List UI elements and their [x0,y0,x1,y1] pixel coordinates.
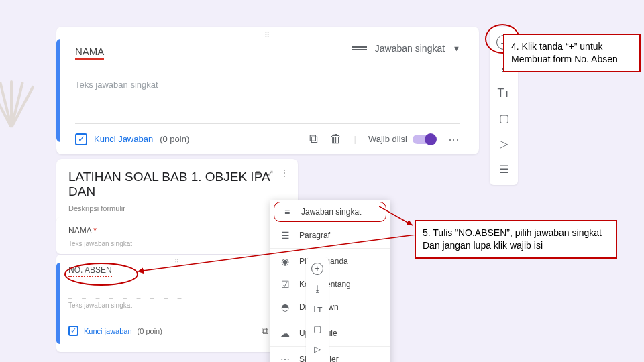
answer-key-label[interactable]: Kunci jawaban [84,327,132,335]
upload-icon: ☁ [279,328,291,339]
add-video-icon[interactable]: ▷ [496,135,512,152]
menu-item-dropdown[interactable]: ◓Drop-down [270,296,390,318]
required-toggle[interactable]: Wajib diisi [368,134,435,144]
question-card-nama: ⠿ NAMA Jawaban singkat ▼ Teks jawaban si… [56,27,479,154]
paragraph-icon: ☰ [279,230,291,241]
separator: | [354,134,356,144]
header-menu[interactable]: ≡⤢⋮ [256,168,288,178]
radio-icon: ◉ [279,256,291,267]
add-title-icon[interactable]: Tᴛ [311,302,324,315]
add-image-icon[interactable]: ▢ [496,110,512,126]
drag-handle-icon[interactable]: ⠿ [174,259,180,265]
duplicate-icon[interactable]: ⧉ [262,325,268,337]
active-accent [56,263,60,344]
drag-handle-icon[interactable]: ⠿ [264,31,271,40]
annotation-4: 4. Klik tanda “+” untuk Membuat form No.… [503,34,641,72]
separator [270,346,390,347]
answer-key-checkbox[interactable]: ✓ [68,326,78,336]
trash-icon[interactable]: 🗑 [330,132,342,146]
add-video-icon[interactable]: ▷ [311,342,324,355]
question-title-input[interactable]: NAMA [75,46,104,60]
annotation-4-line1: 4. Klik tanda “+” untuk [511,40,633,53]
annotation-5-line2: Dan jangan lupa klik wajib isi [423,239,609,252]
active-accent [56,39,60,142]
input-underline: _ _ _ _ _ _ _ _ _ [68,292,286,299]
short-answer-icon [352,46,367,50]
points-label: (0 poin) [160,134,189,144]
answer-hint: Teks jawaban singkat [68,302,286,309]
menu-item-multiple-choice[interactable]: ◉Pilihan ganda [270,250,390,273]
question-label: NAMA * [68,226,97,235]
required-star-icon: * [93,226,97,235]
form-header-card: ≡⤢⋮ LATIHAN SOAL BAB 1. OBJEK IPA DAN De… [56,159,298,225]
divider [75,123,460,124]
required-label: Wajib diisi [368,134,407,144]
add-title-icon[interactable]: Tᴛ [496,84,512,101]
menu-item-scale[interactable]: ⋯Skala linier [270,348,390,362]
answer-key-label[interactable]: Kunci Jawaban [94,134,153,144]
answer-key-checkbox[interactable]: ✓ [75,133,87,145]
import-question-icon[interactable]: ⭳ [311,282,324,295]
menu-item-upload[interactable]: ☁Upload file [270,322,390,345]
menu-item-paragraph[interactable]: ☰Paragraf [270,224,390,247]
annotation-4-line2: Membuat form No. Absen [511,53,633,66]
chevron-down-icon: ▼ [453,44,460,52]
question-type-label: Jawaban singkat [375,43,445,54]
annotation-5: 5. Tulis “NO.ABSEN”, pilih jawaban singk… [415,220,617,259]
answer-placeholder: Teks jawaban singkat [75,80,460,90]
annotation-5-line1: 5. Tulis “NO.ABSEN”, pilih jawaban singk… [423,227,609,239]
floating-toolbar-small: + ⭳ Tᴛ ▢ ▷ ☰ [306,257,329,362]
form-description[interactable]: Deskripsi formulir [68,204,286,213]
add-section-icon[interactable]: ☰ [496,161,512,177]
more-icon[interactable]: ⋮ [447,135,460,144]
question-card-nama-small[interactable]: NAMA * Teks jawaban singkat [56,217,298,254]
points-label: (0 poin) [138,327,162,335]
add-image-icon[interactable]: ▢ [311,322,324,335]
dropdown-icon: ◓ [279,302,291,312]
separator [270,320,390,320]
answer-hint: Teks jawaban singkat [68,240,286,247]
checkbox-icon: ☑ [279,279,291,290]
menu-item-short-answer[interactable]: ≡Jawaban singkat [274,202,386,222]
short-answer-icon: ≡ [281,206,293,217]
question-type-selector[interactable]: Jawaban singkat ▼ [352,43,460,54]
question-type-menu: ≡Jawaban singkat ☰Paragraf ◉Pilihan gand… [270,200,390,362]
menu-item-checkbox[interactable]: ☑Kotak centang [270,273,390,296]
add-question-button[interactable]: + [311,263,323,275]
toggle-switch-icon [413,135,435,144]
scale-icon: ⋯ [279,354,291,362]
duplicate-icon[interactable]: ⧉ [309,132,318,146]
callout-ring-noabsen [64,263,138,286]
decorative-leaf [0,80,54,215]
form-title[interactable]: LATIHAN SOAL BAB 1. OBJEK IPA DAN [68,170,286,199]
separator [270,248,390,249]
